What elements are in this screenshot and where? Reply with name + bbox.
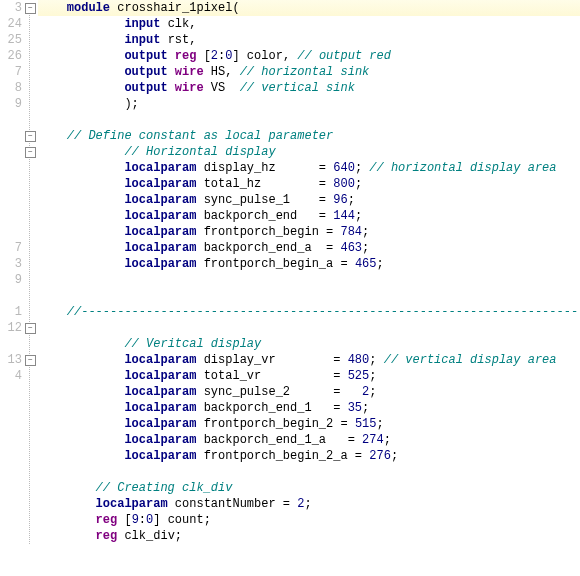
- fold-toggle[interactable]: −: [25, 323, 36, 334]
- token: VS: [211, 81, 240, 95]
- code-line[interactable]: [38, 288, 580, 304]
- code-line[interactable]: output reg [2:0] color, // output red: [38, 48, 580, 64]
- code-line[interactable]: localparam sync_pulse_2 = 2;: [38, 384, 580, 400]
- code-line[interactable]: localparam backporch_end_a = 463;: [38, 240, 580, 256]
- token: output: [124, 81, 174, 95]
- token: ;: [355, 177, 362, 191]
- fold-toggle[interactable]: −: [25, 147, 36, 158]
- token: crosshair_1pixel: [117, 1, 232, 15]
- code-line[interactable]: [38, 272, 580, 288]
- code-line[interactable]: reg clk_div;: [38, 528, 580, 544]
- fold-toggle[interactable]: −: [25, 3, 36, 14]
- token: 144: [333, 209, 355, 223]
- code-line[interactable]: // Veritcal display: [38, 336, 580, 352]
- line-number: 4: [0, 368, 22, 384]
- code-editor: 3242526789739112134 −−−−− module crossha…: [0, 0, 580, 560]
- line-number: 3: [0, 256, 22, 272]
- token: localparam: [124, 161, 203, 175]
- code-line[interactable]: input rst,: [38, 32, 580, 48]
- token: //--------------------------------------…: [67, 305, 578, 319]
- token: ,: [189, 17, 196, 31]
- code-line[interactable]: localparam backporch_end_1_a = 274;: [38, 432, 580, 448]
- line-number: [0, 464, 22, 480]
- code-line[interactable]: localparam constantNumber = 2;: [38, 496, 580, 512]
- code-line[interactable]: localparam frontporch_begin_2_a = 276;: [38, 448, 580, 464]
- line-number: 1: [0, 304, 22, 320]
- code-line[interactable]: module crosshair_1pixel(: [38, 0, 580, 16]
- line-number: 12: [0, 320, 22, 336]
- token: total_vr =: [204, 369, 348, 383]
- line-number: [0, 432, 22, 448]
- token: // horizontal display area: [369, 161, 556, 175]
- token: 480: [348, 353, 370, 367]
- token: localparam: [124, 177, 203, 191]
- token: ;: [384, 433, 391, 447]
- code-line[interactable]: [38, 464, 580, 480]
- token: localparam: [124, 257, 203, 271]
- code-line[interactable]: // Define constant as local parameter: [38, 128, 580, 144]
- token: total_hz =: [204, 177, 334, 191]
- token: input: [124, 17, 167, 31]
- code-line[interactable]: localparam frontporch_begin_a = 465;: [38, 256, 580, 272]
- code-line[interactable]: output wire HS, // horizontal sink: [38, 64, 580, 80]
- code-line[interactable]: [38, 320, 580, 336]
- code-line[interactable]: output wire VS // vertical sink: [38, 80, 580, 96]
- code-line[interactable]: localparam sync_pulse_1 = 96;: [38, 192, 580, 208]
- token: localparam: [124, 385, 203, 399]
- code-line[interactable]: [38, 112, 580, 128]
- code-area[interactable]: module crosshair_1pixel( input clk, inpu…: [38, 0, 580, 560]
- token: ;: [348, 193, 355, 207]
- token: // Veritcal display: [124, 337, 261, 351]
- code-line[interactable]: reg [9:0] count;: [38, 512, 580, 528]
- line-number: [0, 208, 22, 224]
- token: 640: [333, 161, 355, 175]
- line-number: [0, 336, 22, 352]
- line-number: [0, 384, 22, 400]
- code-line[interactable]: // Horizontal display: [38, 144, 580, 160]
- line-number: [0, 496, 22, 512]
- token: output: [124, 65, 174, 79]
- token: 274: [362, 433, 384, 447]
- token: 515: [355, 417, 377, 431]
- code-line[interactable]: localparam frontporch_begin = 784;: [38, 224, 580, 240]
- line-number: 25: [0, 32, 22, 48]
- line-number: [0, 480, 22, 496]
- line-number: [0, 528, 22, 544]
- token: sync_pulse_2 =: [204, 385, 362, 399]
- fold-toggle[interactable]: −: [25, 131, 36, 142]
- code-line[interactable]: localparam total_vr = 525;: [38, 368, 580, 384]
- line-number: 9: [0, 96, 22, 112]
- code-line[interactable]: //--------------------------------------…: [38, 304, 580, 320]
- token: clk: [168, 17, 190, 31]
- token: localparam: [124, 209, 203, 223]
- token: ;: [376, 417, 383, 431]
- token: // Define constant as local parameter: [67, 129, 333, 143]
- token: ;: [362, 225, 369, 239]
- token: backporch_end_1_a =: [204, 433, 362, 447]
- token: 463: [340, 241, 362, 255]
- line-number: [0, 176, 22, 192]
- code-line[interactable]: localparam frontporch_begin_2 = 515;: [38, 416, 580, 432]
- token: localparam: [124, 433, 203, 447]
- fold-toggle[interactable]: −: [25, 355, 36, 366]
- line-number: 7: [0, 240, 22, 256]
- token: ;: [376, 257, 383, 271]
- token: ;: [355, 209, 362, 223]
- token: [: [204, 49, 211, 63]
- code-line[interactable]: input clk,: [38, 16, 580, 32]
- token: [: [124, 513, 131, 527]
- token: 35: [348, 401, 362, 415]
- line-number: [0, 400, 22, 416]
- code-line[interactable]: localparam total_hz = 800;: [38, 176, 580, 192]
- token: 465: [355, 257, 377, 271]
- token: frontporch_begin =: [204, 225, 341, 239]
- token: (: [232, 1, 239, 15]
- code-line[interactable]: );: [38, 96, 580, 112]
- token: clk_div;: [124, 529, 182, 543]
- code-line[interactable]: localparam backporch_end_1 = 35;: [38, 400, 580, 416]
- code-line[interactable]: localparam display_hz = 640; // horizont…: [38, 160, 580, 176]
- code-line[interactable]: // Creating clk_div: [38, 480, 580, 496]
- line-number: [0, 144, 22, 160]
- code-line[interactable]: localparam backporch_end = 144;: [38, 208, 580, 224]
- code-line[interactable]: localparam display_vr = 480; // vertical…: [38, 352, 580, 368]
